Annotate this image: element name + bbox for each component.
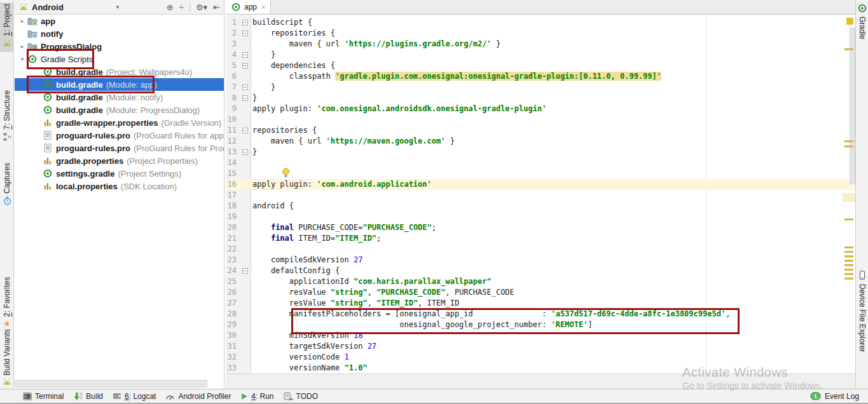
stripe-warning-square[interactable] — [846, 18, 853, 25]
code-line-13[interactable]: 13−} — [226, 147, 855, 158]
close-icon[interactable]: × — [261, 3, 265, 11]
code-line-4[interactable]: 4− } — [226, 50, 855, 60]
code-line-22[interactable]: 22 — [226, 244, 855, 255]
tree-item-gradle-properties[interactable]: gradle.properties(Project Properties) — [15, 154, 224, 167]
tree-item-proguard-rules-pro[interactable]: proguard-rules.pro(ProGuard Rules for Pr… — [15, 142, 224, 154]
stripe-warning-mark[interactable] — [844, 140, 853, 142]
project-view-selector[interactable]: Android — [32, 3, 64, 12]
statusbar-android-profiler-button[interactable]: Android Profiler — [165, 392, 231, 401]
code-line-27[interactable]: 27 resValue "string", "ITEM_ID", ITEM_ID — [226, 298, 855, 309]
editor-scrollbar-thumb[interactable] — [850, 28, 855, 184]
fold-marker[interactable]: − — [238, 17, 251, 28]
stripe-warning-mark[interactable] — [844, 219, 853, 220]
tree-item-progressdialog[interactable]: ▸ProgressDialog — [15, 40, 224, 53]
event-log-button[interactable]: 1 Event Log — [810, 392, 859, 401]
statusbar-todo-button[interactable]: TODO — [284, 392, 318, 401]
code-line-17[interactable]: 17 — [226, 190, 855, 201]
tree-item-proguard-rules-pro[interactable]: proguard-rules.pro(ProGuard Rules for ap… — [15, 129, 224, 142]
tool-button-favorites[interactable]: 2: Favorites★ — [0, 276, 14, 329]
fold-marker[interactable]: − — [238, 82, 251, 93]
project-horizontal-scrollbar[interactable] — [15, 380, 207, 387]
tree-item-build-gradle[interactable]: build.gradle(Module: app) — [15, 78, 224, 91]
tool-button-gradle[interactable]: Gradle — [856, 4, 868, 39]
fold-marker[interactable]: − — [238, 28, 251, 39]
tool-button-build-variants[interactable]: Build Variants — [0, 328, 14, 382]
code-line-29[interactable]: 29 onesignal_google_project_number: 'REM… — [226, 320, 855, 330]
stripe-warning-mark[interactable] — [844, 145, 853, 147]
code-line-5[interactable]: 5− dependencies { — [226, 60, 855, 71]
fold-marker[interactable]: − — [238, 50, 251, 60]
stripe-warning-mark[interactable] — [844, 246, 853, 248]
intention-lightbulb-icon[interactable] — [282, 168, 290, 178]
tree-item-app[interactable]: ▸app — [15, 15, 224, 27]
statusbar-build-button[interactable]: 0110Build — [73, 392, 103, 401]
code-editor[interactable]: 1−buildscript {2− repositories {3 maven … — [226, 15, 855, 374]
tree-item-annotation: (Project Properties) — [127, 156, 198, 166]
code-line-10[interactable]: 10 — [226, 114, 855, 125]
code-line-8[interactable]: 8−} — [226, 93, 855, 104]
code-line-20[interactable]: 20 final PURCHASE_CODE="PURCHASE_CODE"; — [226, 222, 855, 233]
fold-marker[interactable]: − — [238, 125, 251, 136]
chevron-down-icon[interactable]: ▾ — [17, 56, 27, 62]
stripe-warning-mark[interactable] — [844, 255, 853, 257]
fold-marker[interactable]: − — [238, 93, 251, 104]
fold-marker[interactable]: − — [238, 147, 251, 158]
stripe-warning-mark[interactable] — [844, 251, 853, 253]
code-line-26[interactable]: 26 resValue "string", "PURCHASE_CODE", P… — [226, 287, 855, 298]
tree-item-gradle-wrapper-properties[interactable]: gradle-wrapper.properties(Gradle Version… — [15, 116, 224, 129]
code-line-30[interactable]: 30 minSdkVersion 18 — [226, 330, 855, 341]
tree-item-build-gradle[interactable]: build.gradle(Module: ProgressDialog) — [15, 104, 224, 116]
collapse-all-icon[interactable]: ÷ — [179, 3, 184, 12]
code-line-18[interactable]: 18android { — [226, 201, 855, 212]
tab-app[interactable]: app × — [226, 0, 271, 14]
tree-item-gradle-scripts[interactable]: ▾Gradle Scripts — [15, 53, 224, 65]
statusbar-terminal-button[interactable]: Terminal — [23, 392, 64, 401]
fold-marker[interactable]: − — [238, 266, 251, 276]
code-line-14[interactable]: 14 — [226, 158, 855, 168]
error-stripe[interactable] — [843, 15, 855, 374]
locate-icon[interactable]: ⊕ — [167, 3, 174, 12]
tool-button-captures[interactable]: Captures — [0, 161, 14, 212]
fold-marker — [238, 298, 251, 309]
stripe-warning-mark[interactable] — [844, 273, 853, 275]
tree-item-settings-gradle[interactable]: settings.gradle(Project Settings) — [15, 167, 224, 180]
hide-panel-icon[interactable]: ⇤ — [213, 3, 220, 12]
code-line-24[interactable]: 24− defaultConfig { — [226, 266, 855, 276]
code-line-31[interactable]: 31 targetSdkVersion 27 — [226, 341, 855, 352]
code-line-9[interactable]: 9apply plugin: 'com.onesignal.androidsdk… — [226, 104, 855, 114]
code-line-6[interactable]: 6 classpath 'gradle.plugin.com.onesignal… — [226, 71, 855, 82]
code-line-15[interactable]: 15 — [226, 168, 855, 179]
code-line-11[interactable]: 11−repositories { — [226, 125, 855, 136]
chevron-right-icon[interactable]: ▸ — [17, 18, 27, 24]
code-line-16[interactable]: 16apply plugin: 'com.android.application… — [226, 179, 855, 190]
stripe-warning-mark[interactable] — [844, 269, 853, 271]
chevron-right-icon[interactable]: ▸ — [17, 43, 27, 50]
code-line-32[interactable]: 32 versionCode 1 — [226, 352, 855, 363]
stripe-warning-mark[interactable] — [844, 278, 853, 279]
code-line-1[interactable]: 1−buildscript { — [226, 17, 855, 28]
tree-item-notify[interactable]: notify — [15, 27, 224, 40]
code-line-23[interactable]: 23 compileSdkVersion 27 — [226, 255, 855, 266]
statusbar-run-button[interactable]: 4: Run — [240, 392, 273, 401]
code-line-3[interactable]: 3 maven { url 'https://plugins.gradle.or… — [226, 39, 855, 50]
fold-marker[interactable]: − — [238, 60, 251, 71]
settings-gear-icon[interactable]: ⚙▾ — [196, 3, 207, 12]
code-line-28[interactable]: 28 manifestPlaceholders = [onesignal_app… — [226, 309, 855, 320]
code-line-12[interactable]: 12 maven { url 'https://maven.google.com… — [226, 136, 855, 147]
code-line-19[interactable]: 19 — [226, 212, 855, 222]
code-line-7[interactable]: 7− } — [226, 82, 855, 93]
stripe-warning-mark[interactable] — [844, 48, 853, 50]
chevron-down-icon[interactable]: ▾ — [116, 4, 120, 10]
code-line-21[interactable]: 21 final ITEM_ID="ITEM_ID"; — [226, 233, 855, 244]
tree-item-build-gradle[interactable]: build.gradle(Module: notify) — [15, 91, 224, 104]
tree-item-build-gradle[interactable]: build.gradle(Project: Wallpapers4u) — [15, 65, 224, 78]
statusbar-logcat-button[interactable]: 6: Logcat — [113, 392, 156, 401]
stripe-warning-mark[interactable] — [844, 264, 853, 266]
tool-button-structure[interactable]: 7: Structure — [0, 89, 14, 149]
code-line-25[interactable]: 25 applicationId "com.haris.parallax_wal… — [226, 276, 855, 287]
tool-button-device-file-explorer[interactable]: Device File Explorer — [856, 271, 868, 352]
tree-item-local-properties[interactable]: local.properties(SDK Location) — [15, 180, 224, 192]
stripe-warning-mark[interactable] — [844, 260, 853, 262]
code-line-2[interactable]: 2− repositories { — [226, 28, 855, 39]
tool-button-project[interactable]: 1: Project — [0, 3, 14, 52]
